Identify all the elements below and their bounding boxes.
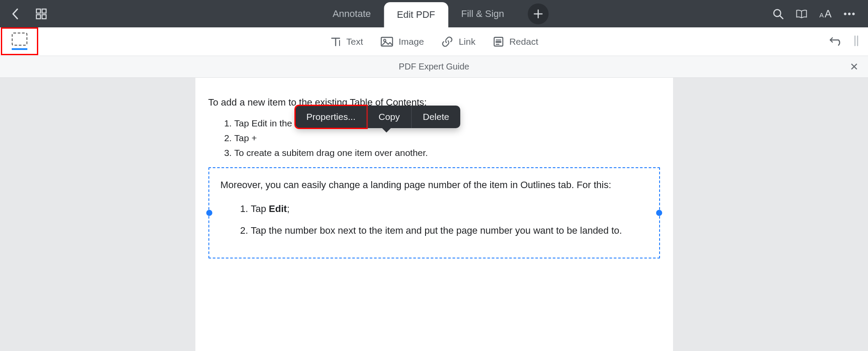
- context-menu-copy[interactable]: Copy: [367, 106, 411, 128]
- svg-rect-0: [36, 9, 40, 13]
- edit-toolbar: Text Image Link Redact: [0, 27, 868, 56]
- undo-icon[interactable]: [829, 35, 844, 48]
- pdf-page[interactable]: To add a new item to the existing Table …: [195, 78, 673, 351]
- tool-redact-label: Redact: [509, 36, 538, 47]
- svg-rect-1: [42, 9, 46, 13]
- svg-point-11: [852, 13, 855, 15]
- tool-text[interactable]: Text: [330, 36, 363, 47]
- tab-fill-sign[interactable]: Fill & Sign: [448, 0, 517, 27]
- selected-steps-list: Tap Edit; Tap the number box next to the…: [221, 201, 648, 238]
- tab-edit-pdf[interactable]: Edit PDF: [384, 2, 448, 27]
- selection-handle-left[interactable]: [206, 210, 212, 216]
- marquee-icon: [12, 33, 27, 46]
- tool-link-label: Link: [459, 36, 475, 47]
- back-icon[interactable]: [10, 8, 21, 20]
- selected-text-block[interactable]: Moreover, you can easily change a landin…: [208, 167, 660, 258]
- svg-rect-19: [496, 41, 501, 43]
- book-view-icon[interactable]: [796, 8, 807, 20]
- document-title: PDF Expert Guide: [399, 62, 469, 72]
- selection-handle-right[interactable]: [656, 210, 662, 216]
- svg-point-9: [844, 13, 846, 15]
- tool-image[interactable]: Image: [380, 36, 424, 47]
- step-3: To create a subitem drag one item over a…: [234, 146, 660, 160]
- step-2: Tap +: [234, 131, 660, 146]
- more-icon[interactable]: [844, 8, 855, 20]
- mode-tabs: Annotate Edit PDF Fill & Sign: [320, 0, 548, 27]
- text-size-icon[interactable]: AA: [819, 8, 832, 20]
- top-navbar: Annotate Edit PDF Fill & Sign AA: [0, 0, 868, 27]
- document-titlebar: PDF Expert Guide ✕: [0, 56, 868, 78]
- tool-text-label: Text: [347, 36, 363, 47]
- selected-paragraph: Moreover, you can easily change a landin…: [221, 178, 648, 192]
- selected-step-1: Tap Edit;: [251, 201, 648, 217]
- add-button[interactable]: [528, 3, 548, 24]
- svg-rect-2: [36, 14, 40, 18]
- svg-point-10: [848, 13, 850, 15]
- context-menu-properties[interactable]: Properties...: [295, 106, 367, 128]
- selection-tool-button[interactable]: [1, 27, 38, 55]
- redo-drag-icon[interactable]: [853, 35, 859, 49]
- tool-redact[interactable]: Redact: [493, 36, 538, 47]
- context-menu: Properties... Copy Delete: [295, 106, 461, 128]
- search-icon[interactable]: [772, 8, 784, 20]
- tool-image-label: Image: [399, 36, 424, 47]
- svg-rect-3: [42, 14, 46, 18]
- svg-line-7: [780, 16, 783, 19]
- context-menu-delete[interactable]: Delete: [411, 106, 461, 128]
- grid-view-icon[interactable]: [36, 8, 47, 20]
- close-document-icon[interactable]: ✕: [850, 61, 858, 73]
- workspace: To add a new item to the existing Table …: [0, 78, 868, 351]
- selected-step-2: Tap the number box next to the item and …: [251, 223, 648, 238]
- svg-point-16: [384, 39, 386, 41]
- tool-link[interactable]: Link: [441, 36, 475, 48]
- tab-annotate[interactable]: Annotate: [320, 0, 384, 27]
